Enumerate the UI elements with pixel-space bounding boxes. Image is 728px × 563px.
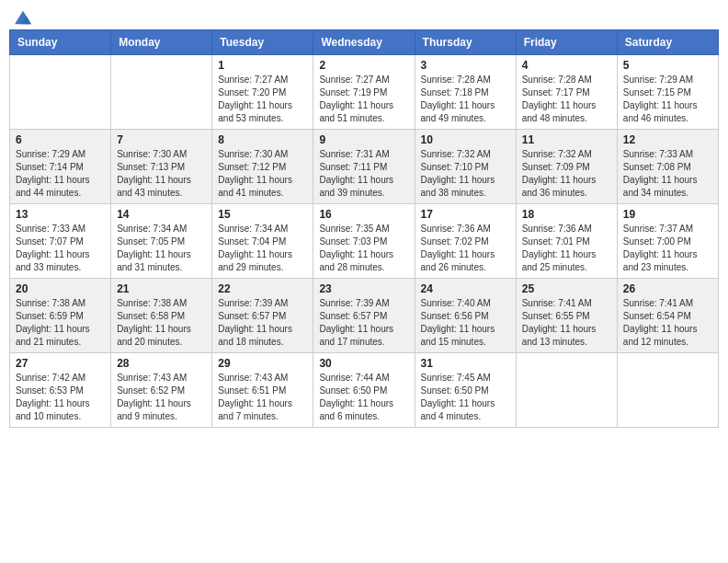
calendar-cell: 27Sunrise: 7:42 AMSunset: 6:53 PMDayligh… [10, 353, 111, 428]
day-info: Sunrise: 7:34 AMSunset: 7:05 PMDaylight:… [117, 223, 206, 274]
calendar-cell: 30Sunrise: 7:44 AMSunset: 6:50 PMDayligh… [313, 353, 415, 428]
day-info: Sunrise: 7:29 AMSunset: 7:15 PMDaylight:… [623, 74, 712, 125]
calendar-cell: 1Sunrise: 7:27 AMSunset: 7:20 PMDaylight… [212, 55, 313, 130]
calendar-cell: 17Sunrise: 7:36 AMSunset: 7:02 PMDayligh… [415, 204, 516, 279]
day-info: Sunrise: 7:29 AMSunset: 7:14 PMDaylight:… [16, 148, 105, 200]
calendar-cell: 26Sunrise: 7:41 AMSunset: 6:54 PMDayligh… [617, 279, 718, 353]
calendar-header-wednesday: Wednesday [313, 30, 415, 55]
calendar-cell: 20Sunrise: 7:38 AMSunset: 6:59 PMDayligh… [10, 279, 111, 353]
day-info: Sunrise: 7:33 AMSunset: 7:08 PMDaylight:… [623, 148, 712, 200]
day-info: Sunrise: 7:27 AMSunset: 7:20 PMDaylight:… [218, 74, 307, 125]
calendar-cell: 2Sunrise: 7:27 AMSunset: 7:19 PMDaylight… [313, 55, 415, 130]
day-number: 24 [421, 282, 510, 295]
calendar-cell: 29Sunrise: 7:43 AMSunset: 6:51 PMDayligh… [212, 353, 313, 428]
day-number: 21 [117, 282, 206, 295]
day-number: 1 [218, 59, 307, 72]
day-info: Sunrise: 7:44 AMSunset: 6:50 PMDaylight:… [319, 372, 408, 423]
calendar-week-row: 1Sunrise: 7:27 AMSunset: 7:20 PMDaylight… [10, 55, 719, 130]
day-number: 6 [16, 133, 105, 146]
calendar-cell: 13Sunrise: 7:33 AMSunset: 7:07 PMDayligh… [10, 204, 111, 279]
day-number: 2 [319, 59, 408, 72]
calendar-cell: 14Sunrise: 7:34 AMSunset: 7:05 PMDayligh… [111, 204, 212, 279]
calendar-cell: 3Sunrise: 7:28 AMSunset: 7:18 PMDaylight… [415, 55, 516, 130]
day-info: Sunrise: 7:45 AMSunset: 6:50 PMDaylight:… [421, 372, 510, 423]
calendar-cell: 16Sunrise: 7:35 AMSunset: 7:03 PMDayligh… [313, 204, 415, 279]
calendar-cell [617, 353, 718, 428]
day-info: Sunrise: 7:39 AMSunset: 6:57 PMDaylight:… [218, 297, 307, 349]
calendar-header-sunday: Sunday [10, 30, 111, 55]
day-number: 13 [16, 208, 105, 221]
day-info: Sunrise: 7:30 AMSunset: 7:13 PMDaylight:… [117, 148, 206, 200]
logo-icon [15, 9, 31, 26]
day-info: Sunrise: 7:40 AMSunset: 6:56 PMDaylight:… [421, 297, 510, 349]
day-info: Sunrise: 7:33 AMSunset: 7:07 PMDaylight:… [16, 223, 105, 274]
day-info: Sunrise: 7:39 AMSunset: 6:57 PMDaylight:… [319, 297, 408, 349]
day-number: 23 [319, 282, 408, 295]
day-number: 31 [421, 357, 510, 370]
day-number: 5 [623, 59, 712, 72]
day-number: 29 [218, 357, 307, 370]
calendar-week-row: 6Sunrise: 7:29 AMSunset: 7:14 PMDaylight… [10, 130, 719, 204]
day-number: 14 [117, 208, 206, 221]
calendar-cell: 31Sunrise: 7:45 AMSunset: 6:50 PMDayligh… [415, 353, 516, 428]
day-number: 12 [623, 133, 712, 146]
day-info: Sunrise: 7:37 AMSunset: 7:00 PMDaylight:… [623, 223, 712, 274]
day-info: Sunrise: 7:35 AMSunset: 7:03 PMDaylight:… [319, 223, 408, 274]
calendar-cell: 6Sunrise: 7:29 AMSunset: 7:14 PMDaylight… [10, 130, 111, 204]
day-number: 16 [319, 208, 408, 221]
day-info: Sunrise: 7:36 AMSunset: 7:02 PMDaylight:… [421, 223, 510, 274]
day-info: Sunrise: 7:32 AMSunset: 7:10 PMDaylight:… [421, 148, 510, 200]
calendar-cell: 4Sunrise: 7:28 AMSunset: 7:17 PMDaylight… [516, 55, 617, 130]
calendar-cell [10, 55, 111, 130]
calendar-week-row: 27Sunrise: 7:42 AMSunset: 6:53 PMDayligh… [10, 353, 719, 428]
day-number: 19 [623, 208, 712, 221]
calendar-header-saturday: Saturday [617, 30, 718, 55]
day-info: Sunrise: 7:43 AMSunset: 6:52 PMDaylight:… [117, 372, 206, 423]
day-info: Sunrise: 7:38 AMSunset: 6:59 PMDaylight:… [16, 297, 105, 349]
page-header [9, 9, 719, 22]
day-number: 9 [319, 133, 408, 146]
day-number: 20 [16, 282, 105, 295]
day-info: Sunrise: 7:41 AMSunset: 6:54 PMDaylight:… [623, 297, 712, 349]
day-number: 30 [319, 357, 408, 370]
calendar-cell: 12Sunrise: 7:33 AMSunset: 7:08 PMDayligh… [617, 130, 718, 204]
calendar-cell: 11Sunrise: 7:32 AMSunset: 7:09 PMDayligh… [516, 130, 617, 204]
day-info: Sunrise: 7:38 AMSunset: 6:58 PMDaylight:… [117, 297, 206, 349]
day-number: 22 [218, 282, 307, 295]
calendar-cell: 25Sunrise: 7:41 AMSunset: 6:55 PMDayligh… [516, 279, 617, 353]
logo [13, 9, 31, 22]
day-number: 4 [522, 59, 611, 72]
calendar-cell: 19Sunrise: 7:37 AMSunset: 7:00 PMDayligh… [617, 204, 718, 279]
day-number: 10 [421, 133, 510, 146]
day-info: Sunrise: 7:31 AMSunset: 7:11 PMDaylight:… [319, 148, 408, 200]
calendar-week-row: 20Sunrise: 7:38 AMSunset: 6:59 PMDayligh… [10, 279, 719, 353]
calendar-cell: 5Sunrise: 7:29 AMSunset: 7:15 PMDaylight… [617, 55, 718, 130]
calendar-cell: 24Sunrise: 7:40 AMSunset: 6:56 PMDayligh… [415, 279, 516, 353]
day-number: 25 [522, 282, 611, 295]
calendar-cell: 10Sunrise: 7:32 AMSunset: 7:10 PMDayligh… [415, 130, 516, 204]
calendar-cell: 23Sunrise: 7:39 AMSunset: 6:57 PMDayligh… [313, 279, 415, 353]
calendar-cell [516, 353, 617, 428]
calendar-header-tuesday: Tuesday [212, 30, 313, 55]
day-number: 11 [522, 133, 611, 146]
day-info: Sunrise: 7:43 AMSunset: 6:51 PMDaylight:… [218, 372, 307, 423]
day-number: 27 [16, 357, 105, 370]
day-number: 28 [117, 357, 206, 370]
day-info: Sunrise: 7:36 AMSunset: 7:01 PMDaylight:… [522, 223, 611, 274]
calendar-cell: 8Sunrise: 7:30 AMSunset: 7:12 PMDaylight… [212, 130, 313, 204]
day-info: Sunrise: 7:28 AMSunset: 7:18 PMDaylight:… [421, 74, 510, 125]
day-number: 7 [117, 133, 206, 146]
calendar-cell: 28Sunrise: 7:43 AMSunset: 6:52 PMDayligh… [111, 353, 212, 428]
calendar-header-row: SundayMondayTuesdayWednesdayThursdayFrid… [10, 30, 719, 55]
calendar-table: SundayMondayTuesdayWednesdayThursdayFrid… [9, 29, 719, 428]
calendar-cell: 22Sunrise: 7:39 AMSunset: 6:57 PMDayligh… [212, 279, 313, 353]
day-number: 26 [623, 282, 712, 295]
calendar-cell: 9Sunrise: 7:31 AMSunset: 7:11 PMDaylight… [313, 130, 415, 204]
calendar-header-monday: Monday [111, 30, 212, 55]
day-number: 15 [218, 208, 307, 221]
day-number: 8 [218, 133, 307, 146]
day-info: Sunrise: 7:28 AMSunset: 7:17 PMDaylight:… [522, 74, 611, 125]
calendar-cell: 15Sunrise: 7:34 AMSunset: 7:04 PMDayligh… [212, 204, 313, 279]
calendar-header-friday: Friday [516, 30, 617, 55]
day-number: 17 [421, 208, 510, 221]
